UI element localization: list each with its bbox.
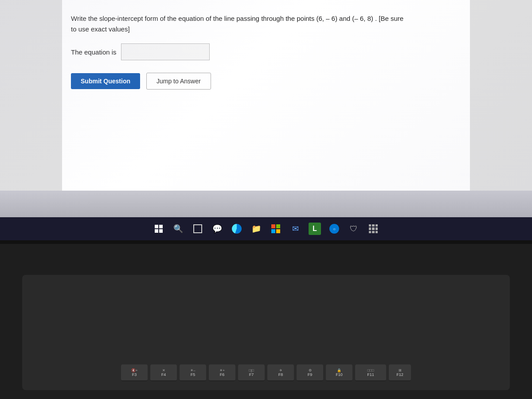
teams-chat-button[interactable]: 💬 [209,221,225,237]
mail-button[interactable]: ✉ [287,221,303,237]
f12-bottom-label: F12 [396,372,403,377]
f8-bottom-label: F8 [278,372,283,377]
apps-grid-icon [369,224,378,233]
f7-bottom-label: F7 [249,372,254,377]
task-view-icon [193,224,202,233]
f6-bottom-label: F6 [220,372,225,377]
f10-top-label: 🔒 [337,368,341,372]
f6-top-label: ☀+ [219,368,225,372]
edge-icon [232,224,242,234]
key-f10[interactable]: 🔒 F10 [326,364,352,381]
key-f11[interactable]: □□□ F11 [355,364,386,381]
f10-bottom-label: F10 [336,372,343,377]
ms-store-button[interactable] [268,221,284,237]
question-line2: to use exact values] [71,25,130,33]
screen-area: Write the slope-intercept form of the eq… [0,0,532,248]
edge-browser-button[interactable] [229,221,245,237]
f3-bottom-label: F3 [132,372,137,377]
key-f9[interactable]: ⚙ F9 [297,364,323,381]
key-f12[interactable]: ⊞ F12 [389,364,411,381]
question-text: Write the slope-intercept form of the eq… [71,13,452,35]
search-icon: 🔍 [173,224,183,234]
screen-left-bezel [0,0,62,191]
screen-right-bezel [470,0,532,191]
ms-store-icon [271,224,280,233]
file-explorer-button[interactable]: 📁 [248,221,264,237]
settings-icon: ○ [329,224,339,234]
settings-button[interactable]: ○ [326,221,342,237]
f4-bottom-label: F4 [161,372,166,377]
search-button[interactable]: 🔍 [170,221,186,237]
apps-grid-button[interactable] [365,221,381,237]
lenovo-vantage-button[interactable]: L [307,221,323,237]
f7-top-label: □|□ [249,368,254,372]
lenovo-icon: L [309,223,321,235]
jump-to-answer-button[interactable]: Jump to Answer [146,73,211,90]
shield-icon: 🛡 [350,224,358,234]
windows-start-button[interactable] [151,221,167,237]
buttons-row: Submit Question Jump to Answer [71,73,452,90]
key-f4[interactable]: ✕ F4 [150,364,177,381]
screen-bottom-bar [0,191,532,217]
key-f5[interactable]: ☀– F5 [180,364,206,381]
equation-row: The equation is [71,43,452,60]
f3-top-label: 🔇+ [131,368,138,372]
taskbar: 🔍 💬 📁 ✉ L ○ 🛡 [0,217,532,240]
teams-icon: 💬 [212,224,222,234]
key-f3[interactable]: 🔇+ F3 [121,364,148,381]
f11-top-label: □□□ [368,368,374,372]
key-f8[interactable]: ✈ F8 [267,364,294,381]
f8-top-label: ✈ [279,368,282,372]
function-key-row: 🔇+ F3 ✕ F4 ☀– F5 ☀+ F6 □|□ F7 ✈ F8 [121,364,411,381]
key-f6[interactable]: ☀+ F6 [209,364,235,381]
keyboard-area: 🔇+ F3 ✕ F4 ☀– F5 ☀+ F6 □|□ F7 ✈ F8 [0,244,532,399]
key-f7[interactable]: □|□ F7 [238,364,265,381]
folder-icon: 📁 [251,224,261,234]
f12-top-label: ⊞ [399,368,402,372]
equation-label: The equation is [71,48,117,56]
f5-bottom-label: F5 [191,372,196,377]
mail-icon: ✉ [292,224,299,234]
question-line1: Write the slope-intercept form of the eq… [71,15,403,22]
f9-bottom-label: F9 [308,372,313,377]
f5-top-label: ☀– [190,368,195,372]
submit-question-button[interactable]: Submit Question [71,73,140,89]
equation-input[interactable] [121,43,210,60]
task-view-button[interactable] [190,221,206,237]
antivirus-button[interactable]: 🛡 [346,221,362,237]
f11-bottom-label: F11 [367,372,374,377]
keyboard-bezel: 🔇+ F3 ✕ F4 ☀– F5 ☀+ F6 □|□ F7 ✈ F8 [22,275,510,390]
browser-content: Write the slope-intercept form of the eq… [62,0,470,191]
f9-top-label: ⚙ [309,368,312,372]
f4-top-label: ✕ [162,368,165,372]
windows-logo-icon [155,225,163,233]
